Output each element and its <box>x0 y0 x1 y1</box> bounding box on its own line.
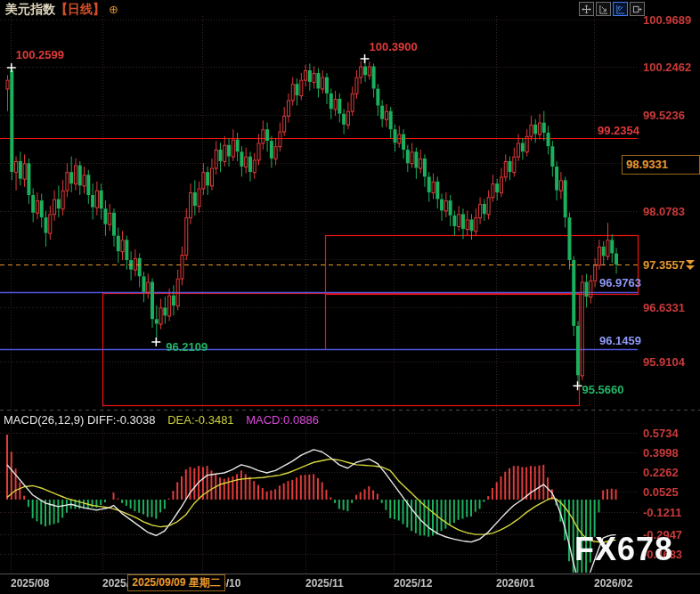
support-line1-label: 96.9763 <box>599 276 641 289</box>
pane-tool-button[interactable] <box>630 2 645 16</box>
price-tick-label: 95.9104 <box>643 355 685 369</box>
pan-tool-button[interactable] <box>579 2 594 16</box>
support-line2-label: 96.1459 <box>599 334 641 347</box>
macd-tick-label: 0.3998 <box>643 446 679 460</box>
macd-hist-value: MACD:0.0886 <box>246 413 319 427</box>
swing-low-label: 95.5660 <box>582 383 624 396</box>
macd-tick-label: 0.5734 <box>643 427 679 440</box>
swing-high-label: 100.3900 <box>370 40 418 53</box>
down-triangle-icon <box>686 260 695 264</box>
month-label: 2026/02 <box>594 577 632 590</box>
price-tick-label: 100.9689 <box>643 13 691 27</box>
resistance-line-label: 99.2354 <box>598 124 639 137</box>
macd-diff-value: DIFF:-0.3038 <box>87 413 156 427</box>
month-label: 2025/12 <box>394 577 432 590</box>
price-tick-label: 98.0783 <box>643 205 685 218</box>
month-label: 2025/11 <box>305 577 344 590</box>
zoom-x-icon <box>598 4 608 14</box>
down-triangle-icon <box>686 265 695 270</box>
pan-icon <box>582 4 591 14</box>
macd-tick-label: 0.0525 <box>643 485 679 499</box>
period-label: 【日线】 <box>55 2 105 16</box>
cursor-date-badge: 2025/09/09 星期二 <box>127 574 225 591</box>
swing-low-label: 96.2109 <box>166 340 208 354</box>
zoom-y-tool-button[interactable] <box>613 2 628 16</box>
instrument-title: 美元指数 <box>5 2 55 16</box>
price-tick-label: 96.6331 <box>643 301 685 314</box>
macd-dea-value: DEA:-0.3481 <box>167 413 233 427</box>
zoom-x-tool-button[interactable] <box>596 2 611 16</box>
macd-tick-label: -0.1211 <box>643 506 681 519</box>
scroll-to-latest-icon[interactable] <box>686 260 695 270</box>
swing-high-label: 100.2599 <box>16 48 64 61</box>
candlestick-chart-canvas[interactable] <box>0 0 700 594</box>
cursor-price-badge: 98.9331 <box>622 155 700 175</box>
chart-header: 美元指数【日线】⊕ <box>5 2 118 18</box>
chart-window: 美元指数【日线】⊕ 100.9689100.246299.523698.0783… <box>0 0 700 594</box>
price-tick-label: 99.5236 <box>643 109 685 122</box>
add-indicator-icon[interactable]: ⊕ <box>109 3 118 16</box>
month-label: 2026/01 <box>496 577 534 590</box>
month-label: 2025/08 <box>11 577 49 590</box>
zoom-y-icon <box>615 4 625 14</box>
macd-header: MACD(26,12,9) DIFF:-0.3038 DEA:-0.3481 M… <box>4 413 319 427</box>
pane-icon <box>632 4 642 14</box>
macd-name-label: MACD(26,12,9) <box>4 413 84 427</box>
chart-toolbar <box>579 2 645 16</box>
watermark: FX678 <box>574 531 673 568</box>
last-price-label: 97.3557 <box>643 258 685 272</box>
macd-tick-label: 0.2262 <box>643 466 679 479</box>
price-tick-label: 100.2462 <box>643 61 691 74</box>
